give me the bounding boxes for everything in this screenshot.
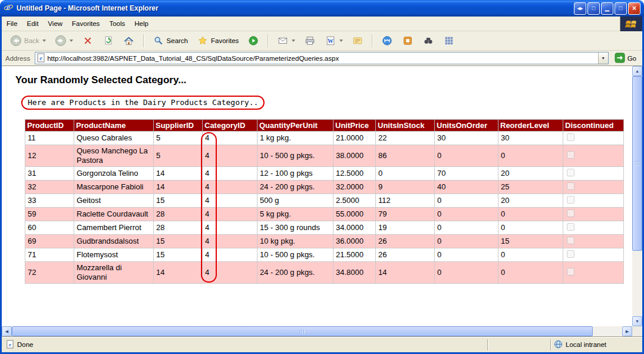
table-cell [563, 167, 624, 181]
table-cell: 12 [25, 145, 74, 167]
stop-button[interactable] [78, 32, 97, 49]
column-header-productid: ProductID [25, 120, 74, 132]
table-cell: 72 [25, 262, 74, 284]
go-button[interactable]: Go [612, 52, 639, 65]
column-header-reorderlevel: ReorderLevel [498, 120, 563, 132]
scroll-left-button[interactable]: ◀ [2, 326, 12, 336]
discontinued-checkbox[interactable] [567, 151, 574, 159]
browser-window: e Untitled Page - Microsoft Internet Exp… [0, 0, 644, 354]
restore-button[interactable]: □ [587, 2, 600, 15]
vertical-scrollbar[interactable]: ▲ ▼ [632, 66, 642, 326]
table-cell: 500 g [257, 194, 333, 208]
close-button[interactable]: × [628, 2, 640, 15]
forward-button[interactable] [51, 32, 77, 49]
table-cell: 25 [498, 181, 563, 194]
minimize-button[interactable]: ▁ [601, 2, 613, 15]
home-button[interactable] [120, 32, 138, 49]
mail-button[interactable] [273, 32, 299, 49]
column-header-unitsinstock: UnitsInStock [376, 120, 435, 132]
discontinued-checkbox[interactable] [567, 250, 574, 258]
svg-text:W: W [328, 38, 333, 44]
discontinued-checkbox[interactable] [567, 209, 574, 217]
table-cell: 4 [203, 167, 257, 181]
search-button[interactable]: Search [149, 32, 191, 49]
scroll-right-button[interactable]: ▶ [622, 326, 632, 336]
scroll-down-button[interactable]: ▼ [632, 316, 642, 326]
discontinued-checkbox[interactable] [567, 196, 574, 204]
table-row: 33Geitost154500 g2.5000112020 [25, 194, 624, 208]
favorites-button[interactable]: Favorites [193, 32, 242, 49]
table-row: 31Gorgonzola Telino14412 - 100 g pkgs12.… [25, 167, 624, 181]
research-button[interactable] [398, 32, 417, 49]
status-bar: e Done Local intranet [2, 336, 642, 352]
menu-tools[interactable]: Tools [104, 18, 130, 30]
messenger-icon [381, 35, 393, 47]
column-header-supplierid: SupplierID [154, 120, 203, 132]
menu-file[interactable]: File [2, 18, 22, 30]
discontinued-checkbox[interactable] [567, 268, 574, 276]
table-cell: 34.8000 [333, 262, 376, 284]
table-row: 59Raclette Courdavault2845 kg pkg.55.000… [25, 208, 624, 221]
discontinued-checkbox[interactable] [567, 223, 574, 231]
grid-header-row: ProductIDProductNameSupplierIDCategoryID… [25, 120, 624, 132]
table-cell: 24 - 200 g pkgs. [257, 181, 333, 194]
ie-app-icon: e [4, 2, 14, 15]
column-header-categoryid: CategoryID [203, 120, 257, 132]
scroll-up-button[interactable]: ▲ [632, 66, 642, 76]
table-cell: 14 [154, 167, 203, 181]
table-cell: 20 [498, 167, 563, 181]
table-cell: 21.5000 [333, 248, 376, 262]
horizontal-scroll-thumb[interactable] [12, 326, 593, 336]
discontinued-checkbox[interactable] [567, 133, 574, 141]
table-cell: 11 [25, 132, 74, 145]
table-cell: 4 [203, 194, 257, 208]
discontinued-checkbox[interactable] [567, 169, 574, 176]
menu-help[interactable]: Help [130, 18, 153, 30]
favorites-label: Favorites [211, 37, 239, 44]
grid-view-button[interactable] [440, 32, 458, 49]
refresh-button[interactable] [99, 32, 118, 49]
horizontal-scrollbar[interactable]: ◀ ▶ [2, 326, 632, 336]
svg-text:e: e [6, 3, 10, 12]
refresh-icon [103, 35, 114, 47]
table-cell [563, 235, 624, 248]
discontinued-checkbox[interactable] [567, 237, 574, 244]
address-dropdown-button[interactable]: ▼ [598, 53, 608, 64]
page-icon: e [37, 53, 45, 64]
messenger-button[interactable] [378, 32, 397, 49]
column-header-unitprice: UnitPrice [333, 120, 376, 132]
table-cell: 10 - 500 g pkgs. [257, 248, 333, 262]
page-title: Your Randomly Selected Category... [15, 74, 632, 86]
table-cell: 15 [498, 235, 563, 248]
vertical-scroll-thumb[interactable] [632, 76, 642, 251]
back-button[interactable]: Back [6, 32, 49, 49]
media-button[interactable] [244, 32, 263, 49]
table-cell: 0 [435, 221, 498, 235]
table-cell: Camembert Pierrot [74, 221, 154, 235]
discuss-button[interactable] [348, 32, 367, 49]
find-button[interactable] [419, 32, 438, 49]
maximize-button[interactable]: □ [615, 2, 627, 15]
toolbar: Back Searc [2, 31, 642, 51]
table-cell: 5 [154, 132, 203, 145]
discontinued-checkbox[interactable] [567, 182, 574, 190]
address-label: Address [5, 55, 31, 62]
table-cell: 4 [203, 235, 257, 248]
address-input[interactable] [45, 55, 597, 62]
menu-view[interactable]: View [43, 18, 67, 30]
table-cell [563, 132, 624, 145]
table-cell: 12.5000 [333, 167, 376, 181]
table-cell: 21.0000 [333, 132, 376, 145]
print-button[interactable] [300, 32, 319, 49]
menu-edit[interactable]: Edit [22, 18, 44, 30]
nav-buttons-button[interactable]: ◂▸ [574, 2, 586, 15]
table-cell: 5 [154, 145, 203, 167]
table-row: 69Gudbrandsdalsost15410 kg pkg.36.000026… [25, 235, 624, 248]
forward-icon [55, 35, 67, 47]
menu-favorites[interactable]: Favorites [67, 18, 104, 30]
title-bar: e Untitled Page - Microsoft Internet Exp… [0, 0, 644, 17]
table-row: 72Mozzarella di Giovanni14424 - 200 g pk… [25, 262, 624, 284]
table-cell: 15 [154, 235, 203, 248]
table-cell: 71 [25, 248, 74, 262]
edit-with-word-button[interactable]: W [321, 32, 346, 49]
